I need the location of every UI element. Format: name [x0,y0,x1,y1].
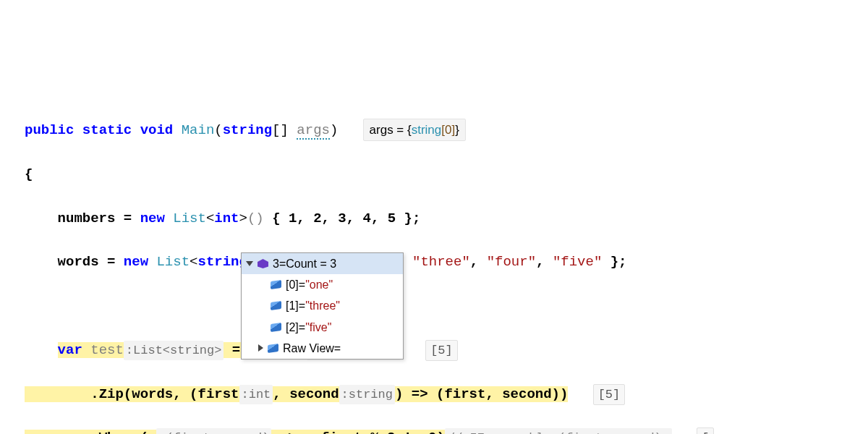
code-line-3: numbers = new List<int>() { 1, 2, 3, 4, … [25,208,864,229]
type-hint-int[interactable]: :int [239,385,273,404]
type-hint-test[interactable]: :List<string> [124,341,224,360]
popup-head-left: 3= [273,258,286,270]
kw-static: static [82,122,132,138]
field-icon [271,280,281,289]
method-zip: Zip [99,386,124,402]
popup-item-row[interactable]: [0]="one" [242,274,403,295]
code-line-7: .Zip(words, (first:int, second:string) =… [25,383,864,405]
id-words: words [58,254,99,270]
param-args: args [297,122,330,140]
popup-rawview-row[interactable]: Raw View= [242,338,403,359]
debug-hint-where[interactable]: // IEnumerable<(first,second)> [445,428,672,434]
code-line-2: { [25,163,864,185]
kw-void: void [140,122,174,138]
id-numbers: numbers [58,210,116,226]
popup-item-key: [2]= [286,321,305,333]
field-icon [268,344,278,353]
kw-int: int [214,210,239,226]
kw-string: string [197,254,247,270]
code-line-8: .Where(q:(first,second) => q.first % 2 !… [25,427,864,434]
code-line-1: public static void Main(string[] args) a… [25,119,864,141]
init-numbers: { 1, 2, 3, 4, 5 }; [264,210,421,226]
debugger-popup[interactable]: 3=Count = 3 [0]="one" [1]="three" [2]="f… [241,252,404,359]
kw-string: string [223,122,272,138]
field-icon [271,302,281,311]
punct: [] [272,122,289,138]
code-line-6: var test:List<string> = numbers// List<i… [25,339,864,361]
code-editor[interactable]: public static void Main(string[] args) a… [25,97,864,434]
blank-line [25,295,864,317]
count-badge[interactable]: [5] [593,384,626,405]
type-hint-tuple[interactable]: :(first,second) [156,428,271,434]
code-line-4: words = new List<string>() { "one", "two… [25,251,864,273]
count-badge[interactable]: [ [697,427,714,434]
method-main: Main [182,122,215,138]
popup-rawview-label: Raw View= [283,340,341,357]
kw-new: new [124,254,148,270]
type-list: List [156,254,190,270]
debug-hint-args[interactable]: args = {string[0]} [363,119,466,141]
popup-header-row[interactable]: 3=Count = 3 [242,253,403,274]
popup-item-key: [1]= [286,299,305,312]
punct: ( [214,122,222,138]
field-icon [271,323,281,332]
kw-public: public [25,122,74,138]
popup-item-row[interactable]: [2]="five" [242,317,403,338]
popup-item-val: "five" [305,321,331,333]
popup-item-val: "three" [305,299,340,312]
brace: { [25,166,33,182]
expand-triangle-icon[interactable] [258,344,263,352]
type-list: List [173,210,206,226]
punct: ) [330,122,338,138]
popup-item-val: "one" [305,278,333,291]
object-icon [258,259,268,268]
method-where: Where [99,430,140,434]
popup-head-right: Count = 3 [286,258,336,270]
kw-new: new [140,210,165,226]
popup-item-row[interactable]: [1]="three" [242,295,403,316]
kw-var: var [58,342,82,358]
id-test: test [90,342,124,358]
collapse-triangle-icon[interactable] [246,261,253,266]
type-hint-string[interactable]: :string [339,385,395,404]
popup-item-key: [0]= [286,278,305,291]
count-badge[interactable]: [5] [425,340,458,361]
